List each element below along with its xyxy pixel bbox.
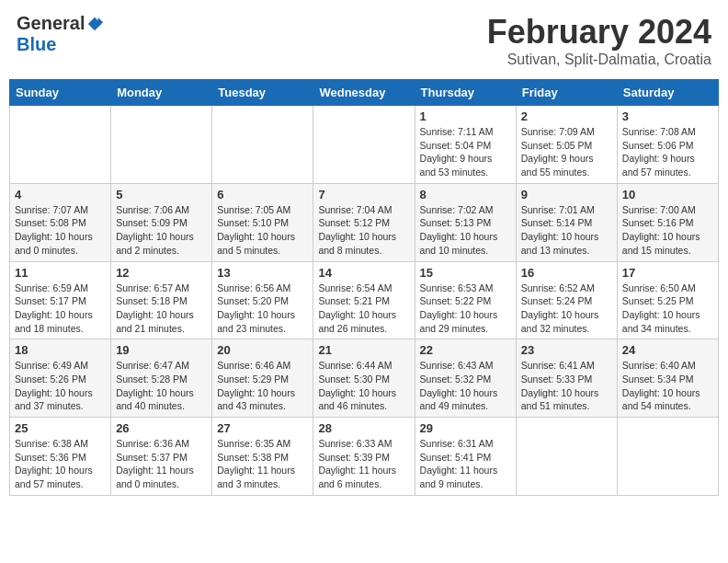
svg-marker-1 [98, 17, 103, 27]
day-number: 9 [521, 188, 612, 201]
calendar-cell: 23Sunrise: 6:41 AMSunset: 5:33 PMDayligh… [516, 339, 617, 418]
calendar-cell: 28Sunrise: 6:33 AMSunset: 5:39 PMDayligh… [313, 418, 415, 496]
day-number: 14 [318, 266, 409, 280]
day-info: Sunrise: 7:01 AMSunset: 5:14 PMDaylight:… [521, 203, 612, 258]
day-info: Sunrise: 6:38 AMSunset: 5:36 PMDaylight:… [15, 437, 106, 491]
calendar-cell: 22Sunrise: 6:43 AMSunset: 5:32 PMDayligh… [415, 339, 516, 418]
calendar-cell: 8Sunrise: 7:02 AMSunset: 5:13 PMDaylight… [415, 183, 516, 261]
location-subtitle: Sutivan, Split-Dalmatia, Croatia [487, 52, 711, 68]
day-header-friday: Friday [516, 80, 617, 106]
day-info: Sunrise: 6:41 AMSunset: 5:33 PMDaylight:… [521, 359, 612, 413]
day-info: Sunrise: 7:11 AMSunset: 5:04 PMDaylight:… [420, 125, 511, 179]
calendar-cell: 15Sunrise: 6:53 AMSunset: 5:22 PMDayligh… [415, 261, 516, 339]
day-info: Sunrise: 7:09 AMSunset: 5:05 PMDaylight:… [521, 125, 612, 179]
day-info: Sunrise: 6:52 AMSunset: 5:24 PMDaylight:… [521, 282, 612, 336]
logo-icon [86, 16, 103, 32]
calendar-header-row: SundayMondayTuesdayWednesdayThursdayFrid… [10, 80, 719, 106]
day-number: 17 [622, 266, 713, 280]
day-number: 19 [116, 343, 207, 357]
month-year: February 2024 [487, 13, 711, 52]
calendar-cell: 18Sunrise: 6:49 AMSunset: 5:26 PMDayligh… [10, 339, 111, 418]
day-info: Sunrise: 6:47 AMSunset: 5:28 PMDaylight:… [116, 359, 207, 413]
day-number: 21 [318, 343, 409, 357]
day-number: 29 [420, 421, 511, 435]
day-number: 16 [521, 266, 612, 280]
calendar-cell: 7Sunrise: 7:04 AMSunset: 5:12 PMDaylight… [313, 183, 415, 261]
calendar-cell: 20Sunrise: 6:46 AMSunset: 5:29 PMDayligh… [212, 339, 313, 418]
calendar-cell: 16Sunrise: 6:52 AMSunset: 5:24 PMDayligh… [516, 261, 617, 339]
day-number: 8 [420, 188, 511, 201]
day-header-monday: Monday [111, 80, 212, 106]
calendar-cell: 12Sunrise: 6:57 AMSunset: 5:18 PMDayligh… [111, 261, 212, 339]
calendar-week-5: 25Sunrise: 6:38 AMSunset: 5:36 PMDayligh… [10, 418, 719, 496]
day-number: 1 [420, 109, 511, 123]
day-info: Sunrise: 6:53 AMSunset: 5:22 PMDaylight:… [420, 282, 511, 336]
calendar-cell: 29Sunrise: 6:31 AMSunset: 5:41 PMDayligh… [415, 418, 516, 496]
day-number: 22 [420, 343, 511, 357]
day-header-wednesday: Wednesday [313, 80, 415, 106]
day-number: 18 [15, 343, 106, 357]
day-number: 15 [420, 266, 511, 280]
day-info: Sunrise: 7:05 AMSunset: 5:10 PMDaylight:… [217, 203, 308, 258]
calendar-cell: 19Sunrise: 6:47 AMSunset: 5:28 PMDayligh… [111, 339, 212, 418]
day-info: Sunrise: 6:31 AMSunset: 5:41 PMDaylight:… [420, 437, 511, 491]
day-info: Sunrise: 7:07 AMSunset: 5:08 PMDaylight:… [15, 203, 106, 258]
day-info: Sunrise: 6:44 AMSunset: 5:30 PMDaylight:… [318, 359, 409, 413]
day-info: Sunrise: 7:00 AMSunset: 5:16 PMDaylight:… [622, 203, 713, 258]
calendar-cell: 2Sunrise: 7:09 AMSunset: 5:05 PMDaylight… [516, 106, 617, 184]
calendar-week-4: 18Sunrise: 6:49 AMSunset: 5:26 PMDayligh… [10, 339, 719, 418]
calendar-cell: 13Sunrise: 6:56 AMSunset: 5:20 PMDayligh… [212, 261, 313, 339]
calendar-cell [313, 106, 415, 184]
day-number: 4 [15, 188, 106, 201]
day-number: 20 [217, 343, 308, 357]
day-number: 26 [116, 421, 207, 435]
calendar-cell: 11Sunrise: 6:59 AMSunset: 5:17 PMDayligh… [10, 261, 111, 339]
calendar-cell: 5Sunrise: 7:06 AMSunset: 5:09 PMDaylight… [111, 183, 212, 261]
day-header-sunday: Sunday [10, 80, 111, 106]
day-number: 27 [217, 421, 308, 435]
calendar-cell: 14Sunrise: 6:54 AMSunset: 5:21 PMDayligh… [313, 261, 415, 339]
day-header-saturday: Saturday [617, 80, 718, 106]
day-number: 5 [116, 188, 207, 201]
day-number: 10 [622, 188, 713, 201]
day-number: 7 [318, 188, 409, 201]
day-info: Sunrise: 6:35 AMSunset: 5:38 PMDaylight:… [217, 437, 308, 491]
calendar-cell: 9Sunrise: 7:01 AMSunset: 5:14 PMDaylight… [516, 183, 617, 261]
day-number: 23 [521, 343, 612, 357]
day-number: 25 [15, 421, 106, 435]
day-info: Sunrise: 6:59 AMSunset: 5:17 PMDaylight:… [15, 282, 106, 336]
calendar-week-3: 11Sunrise: 6:59 AMSunset: 5:17 PMDayligh… [10, 261, 719, 339]
calendar-cell: 21Sunrise: 6:44 AMSunset: 5:30 PMDayligh… [313, 339, 415, 418]
day-number: 12 [116, 266, 207, 280]
calendar-cell: 17Sunrise: 6:50 AMSunset: 5:25 PMDayligh… [617, 261, 718, 339]
calendar-week-2: 4Sunrise: 7:07 AMSunset: 5:08 PMDaylight… [10, 183, 719, 261]
day-info: Sunrise: 7:04 AMSunset: 5:12 PMDaylight:… [318, 203, 409, 258]
header: General Blue February 2024 Sutivan, Spli… [9, 9, 719, 72]
day-info: Sunrise: 6:50 AMSunset: 5:25 PMDaylight:… [622, 282, 713, 336]
day-info: Sunrise: 6:46 AMSunset: 5:29 PMDaylight:… [217, 359, 308, 413]
calendar-cell: 4Sunrise: 7:07 AMSunset: 5:08 PMDaylight… [10, 183, 111, 261]
day-info: Sunrise: 6:54 AMSunset: 5:21 PMDaylight:… [318, 282, 409, 336]
day-header-thursday: Thursday [415, 80, 516, 106]
day-info: Sunrise: 7:08 AMSunset: 5:06 PMDaylight:… [622, 125, 713, 179]
calendar-table: SundayMondayTuesdayWednesdayThursdayFrid… [9, 79, 719, 496]
day-number: 3 [622, 109, 713, 123]
calendar-cell: 3Sunrise: 7:08 AMSunset: 5:06 PMDaylight… [617, 106, 718, 184]
day-number: 2 [521, 109, 612, 123]
title-area: February 2024 Sutivan, Split-Dalmatia, C… [487, 13, 711, 68]
day-info: Sunrise: 6:43 AMSunset: 5:32 PMDaylight:… [420, 359, 511, 413]
day-number: 28 [318, 421, 409, 435]
calendar-cell: 27Sunrise: 6:35 AMSunset: 5:38 PMDayligh… [212, 418, 313, 496]
calendar-cell: 1Sunrise: 7:11 AMSunset: 5:04 PMDaylight… [415, 106, 516, 184]
day-info: Sunrise: 6:49 AMSunset: 5:26 PMDaylight:… [15, 359, 106, 413]
calendar-cell: 25Sunrise: 6:38 AMSunset: 5:36 PMDayligh… [10, 418, 111, 496]
day-info: Sunrise: 7:02 AMSunset: 5:13 PMDaylight:… [420, 203, 511, 258]
day-number: 13 [217, 266, 308, 280]
day-info: Sunrise: 6:40 AMSunset: 5:34 PMDaylight:… [622, 359, 713, 413]
day-info: Sunrise: 6:57 AMSunset: 5:18 PMDaylight:… [116, 282, 207, 336]
calendar-cell [111, 106, 212, 184]
calendar-cell: 6Sunrise: 7:05 AMSunset: 5:10 PMDaylight… [212, 183, 313, 261]
calendar-cell [516, 418, 617, 496]
day-header-tuesday: Tuesday [212, 80, 313, 106]
calendar-week-1: 1Sunrise: 7:11 AMSunset: 5:04 PMDaylight… [10, 106, 719, 184]
